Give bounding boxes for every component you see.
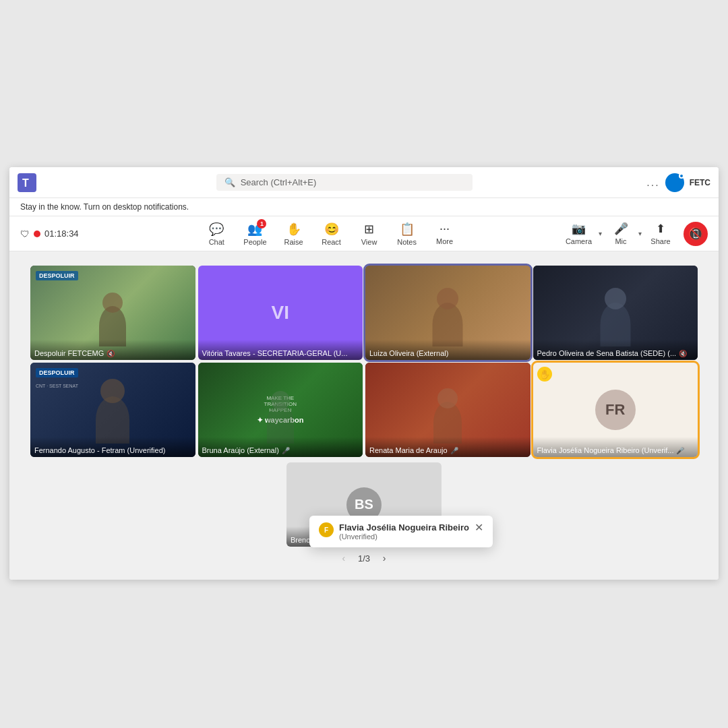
react-icon: 😊 — [324, 222, 339, 237]
share-label: Share — [650, 237, 670, 245]
share-button[interactable]: ⬆ Share — [644, 219, 677, 248]
mic-label: Mic — [615, 237, 626, 245]
mic-group: 🎤 Mic ▾ — [605, 219, 643, 248]
popup-avatar: F — [319, 522, 334, 537]
user-label: FETC — [690, 178, 710, 187]
user-popup: F Flavia Josélia Nogueira Ribeiro (Unver… — [309, 516, 493, 547]
tile-name-0: Despoluir FETCEMG — [34, 349, 104, 357]
notes-icon: 📋 — [400, 222, 415, 237]
call-area: DESPOLUIR Despoluir FETCEMG 🔇 VI Vitória… — [9, 251, 719, 580]
tile-name-2: Luiza Oliveira (External) — [369, 349, 448, 357]
participant-tile-0: DESPOLUIR Despoluir FETCEMG 🔇 — [30, 266, 195, 360]
tile-name-1: Vitória Tavares - SECRETARIA-GERAL (U... — [202, 349, 348, 357]
tile-name-3: Pedro Oliveira de Sena Batista (SEDE) (.… — [537, 349, 677, 357]
mic-chevron-icon[interactable]: ▾ — [637, 230, 643, 237]
participant-tile-7: ✋ FR Flavia Josélia Nogueira Ribeiro (Un… — [533, 363, 698, 457]
raise-hand-badge: ✋ — [537, 367, 552, 382]
more-options-button[interactable]: ... — [646, 177, 659, 189]
notes-button[interactable]: 📋 Notes — [390, 219, 425, 249]
view-button[interactable]: ⊞ View — [352, 219, 387, 249]
raise-button[interactable]: ✋ Raise — [276, 219, 311, 249]
title-bar-right: ... FETC — [646, 173, 710, 192]
raise-icon: ✋ — [286, 222, 301, 237]
popup-name: Flavia Josélia Nogueira Ribeiro — [339, 522, 469, 533]
participant-tile-2: Luiza Oliveira (External) — [365, 266, 530, 360]
popup-close-button[interactable]: ✕ — [475, 522, 483, 533]
people-button[interactable]: 👥 1 People — [237, 219, 273, 249]
tile-name-7: Flavia Josélia Nogueira Ribeiro (Unverif… — [537, 446, 674, 454]
search-icon: 🔍 — [224, 177, 235, 187]
participant-tile-3: Pedro Oliveira de Sena Batista (SEDE) (.… — [533, 266, 698, 360]
tile-name-5: Bruna Araújo (External) — [202, 446, 279, 454]
tile-label-3: Pedro Oliveira de Sena Batista (SEDE) (.… — [533, 340, 698, 360]
teams-logo-icon: T — [18, 173, 36, 192]
despoluir-logo: DESPOLUIR — [36, 271, 78, 280]
mic-status-0: 🔇 — [107, 350, 115, 357]
tile-label-2: Luiza Oliveira (External) — [365, 340, 530, 360]
pagination: ‹ 1/3 › — [336, 551, 392, 566]
view-icon: ⊞ — [364, 222, 374, 237]
camera-label: Camera — [566, 237, 592, 245]
tile-label-0: Despoluir FETCEMG 🔇 — [30, 340, 195, 360]
shield-icon: 🛡 — [20, 229, 30, 239]
tile-label-6: Renata Maria de Araujo 🎤 — [365, 437, 530, 457]
participant-tile-5: MAKE THETRANSITIONHAPPEN ✦ waycarbon Bru… — [198, 363, 363, 457]
notification-bar: Stay in the know. Turn on desktop notifi… — [9, 198, 719, 216]
title-bar: T 🔍 Search (Ctrl+Alt+E) ... FETC — [9, 167, 719, 198]
search-input-wrap[interactable]: 🔍 Search (Ctrl+Alt+E) — [216, 174, 473, 191]
svg-text:T: T — [22, 177, 29, 189]
end-call-icon: 📵 — [688, 226, 703, 241]
popup-info: Flavia Josélia Nogueira Ribeiro (Unverif… — [339, 522, 469, 541]
tile-label-1: Vitória Tavares - SECRETARIA-GERAL (U... — [198, 340, 363, 360]
call-timer-wrap: 🛡 01:18:34 — [20, 229, 101, 239]
popup-status: (Unverified) — [339, 533, 469, 541]
tile-label-4: Fernando Augusto - Fetram (Unverified) — [30, 437, 195, 457]
search-bar: 🔍 Search (Ctrl+Alt+E) — [42, 174, 646, 191]
participant-tile-1: VI Vitória Tavares - SECRETARIA-GERAL (U… — [198, 266, 363, 360]
mic-status-7: 🎤 — [676, 447, 684, 454]
search-placeholder: Search (Ctrl+Alt+E) — [241, 177, 317, 187]
record-icon — [34, 231, 40, 237]
share-icon: ⬆ — [656, 222, 665, 236]
call-toolbar: 🛡 01:18:34 💬 Chat 👥 1 People ✋ Raise — [9, 216, 719, 251]
more-icon: ··· — [439, 222, 450, 236]
mic-status-6: 🎤 — [450, 447, 458, 454]
call-timer: 01:18:34 — [44, 229, 79, 239]
prev-page-button[interactable]: ‹ — [336, 551, 351, 566]
more-button[interactable]: ··· More — [427, 219, 462, 248]
camera-button[interactable]: 📷 Camera — [560, 219, 597, 248]
react-button[interactable]: 😊 React — [314, 219, 349, 249]
despoluir-logo-2: DESPOLUIR — [36, 368, 78, 377]
people-badge: 1 — [257, 219, 266, 229]
page-info: 1/3 — [358, 553, 370, 564]
mic-icon: 🎤 — [614, 222, 628, 236]
camera-chevron-icon[interactable]: ▾ — [597, 230, 603, 237]
camera-icon: 📷 — [572, 222, 586, 236]
toolbar-actions: 💬 Chat 👥 1 People ✋ Raise 😊 React — [101, 219, 560, 249]
chat-label: Chat — [209, 238, 224, 246]
fr-avatar: FR — [595, 390, 636, 430]
tile-label-7: Flavia Josélia Nogueira Ribeiro (Unverif… — [533, 437, 698, 457]
tile-label-5: Bruna Araújo (External) 🎤 — [198, 437, 363, 457]
chat-button[interactable]: 💬 Chat — [199, 219, 234, 249]
tile-name-6: Renata Maria de Araujo — [369, 446, 448, 454]
notification-text: Stay in the know. Turn on desktop notifi… — [20, 202, 189, 212]
camera-group: 📷 Camera ▾ — [560, 219, 603, 248]
chat-icon: 💬 — [209, 222, 224, 237]
react-label: React — [322, 238, 341, 246]
teams-window: T 🔍 Search (Ctrl+Alt+E) ... FETC Stay in… — [9, 167, 719, 580]
mic-status-3: 🔇 — [679, 350, 687, 357]
vi-initials: VI — [272, 302, 289, 324]
user-avatar[interactable] — [665, 173, 684, 192]
next-page-button[interactable]: › — [377, 551, 392, 566]
participant-tile-6: Renata Maria de Araujo 🎤 — [365, 363, 530, 457]
view-label: View — [361, 238, 377, 246]
end-call-button[interactable]: 📵 — [684, 222, 708, 246]
people-icon: 👥 1 — [247, 222, 262, 237]
video-grid: DESPOLUIR Despoluir FETCEMG 🔇 VI Vitória… — [30, 266, 698, 457]
mic-status-5: 🎤 — [282, 447, 290, 454]
notes-label: Notes — [397, 238, 417, 246]
more-label: More — [436, 237, 453, 245]
mic-button[interactable]: 🎤 Mic — [605, 219, 637, 248]
tile-name-4: Fernando Augusto - Fetram (Unverified) — [34, 446, 165, 454]
